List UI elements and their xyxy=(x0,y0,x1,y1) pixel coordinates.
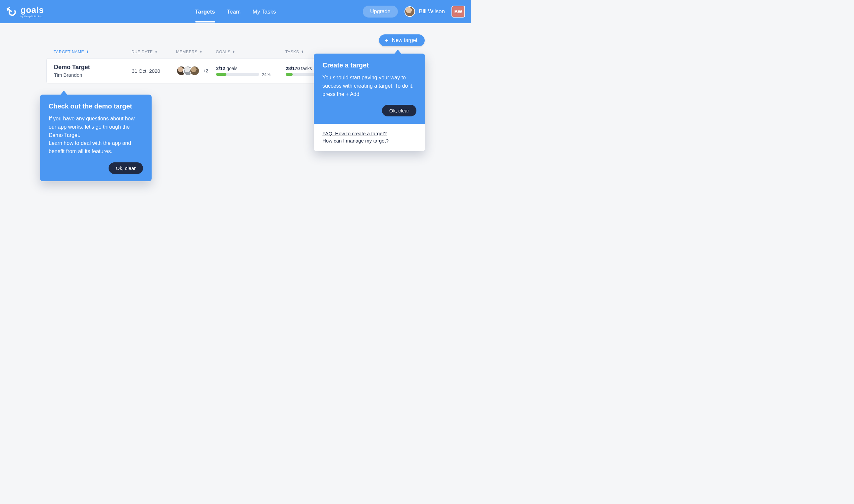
goals-count: 2/12 goals xyxy=(216,66,286,71)
member-avatar[interactable] xyxy=(190,66,199,76)
nav-my-tasks[interactable]: My Tasks xyxy=(252,6,276,17)
faq-link-manage[interactable]: How can I manage my target? xyxy=(323,138,416,144)
brand-name: goals xyxy=(20,6,44,14)
new-target-label: New target xyxy=(392,37,417,43)
hint-body: If you have any questions about how our … xyxy=(49,115,143,156)
hint-ok-button[interactable]: Ok, clear xyxy=(108,162,143,174)
target-members: +2 xyxy=(176,66,216,76)
sort-icon: ▲▼ xyxy=(86,51,89,53)
logo[interactable]: goals by KeepSolid Inc. xyxy=(6,6,44,18)
col-members[interactable]: MEMBERS ▲▼ xyxy=(176,50,216,54)
nav-targets[interactable]: Targets xyxy=(195,6,215,17)
col-due-date[interactable]: DUE DATE ▲▼ xyxy=(132,50,176,54)
hint-body: You should start paving your way to succ… xyxy=(323,74,416,98)
faq-link-create[interactable]: FAQ: How to create a target? xyxy=(323,131,416,136)
avatar xyxy=(404,6,415,17)
col-target-name[interactable]: TARGET NAME ▲▼ xyxy=(54,50,132,54)
user-initials-badge[interactable]: BW xyxy=(452,6,465,18)
members-extra[interactable]: +2 xyxy=(203,68,208,73)
hint-ok-button[interactable]: Ok, clear xyxy=(382,105,416,116)
user-menu[interactable]: Bill Wilson xyxy=(404,6,445,17)
hint-create-target: Create a target You should start paving … xyxy=(314,54,425,151)
user-name: Bill Wilson xyxy=(419,8,445,15)
plus-icon: + xyxy=(385,37,389,43)
hint-demo-target: Check out the demo target If you have an… xyxy=(40,94,152,181)
toolbar: + New target xyxy=(0,23,471,50)
sort-icon: ▲▼ xyxy=(155,51,158,53)
nav-team[interactable]: Team xyxy=(227,6,241,17)
goals-progress: 24% xyxy=(216,73,259,76)
goals-pct: 24% xyxy=(262,72,271,77)
hint-title: Create a target xyxy=(323,61,416,69)
hint-title: Check out the demo target xyxy=(49,103,143,110)
target-owner: Tim Brandon xyxy=(54,72,132,78)
upgrade-button[interactable]: Upgrade xyxy=(363,6,398,18)
sort-icon: ▲▼ xyxy=(301,51,304,53)
target-due-date: 31 Oct, 2020 xyxy=(132,68,176,74)
logo-icon xyxy=(6,6,18,17)
app-header: goals by KeepSolid Inc. Targets Team My … xyxy=(0,0,471,23)
sort-icon: ▲▼ xyxy=(199,51,203,53)
brand-sub: by KeepSolid Inc. xyxy=(20,15,44,18)
target-name: Demo Target xyxy=(54,64,132,71)
main-nav: Targets Team My Tasks xyxy=(195,6,276,17)
hint-faq: FAQ: How to create a target? How can I m… xyxy=(314,124,425,151)
col-goals[interactable]: GOALS ▲▼ xyxy=(216,50,285,54)
sort-icon: ▲▼ xyxy=(232,51,236,53)
new-target-button[interactable]: + New target xyxy=(379,34,425,46)
